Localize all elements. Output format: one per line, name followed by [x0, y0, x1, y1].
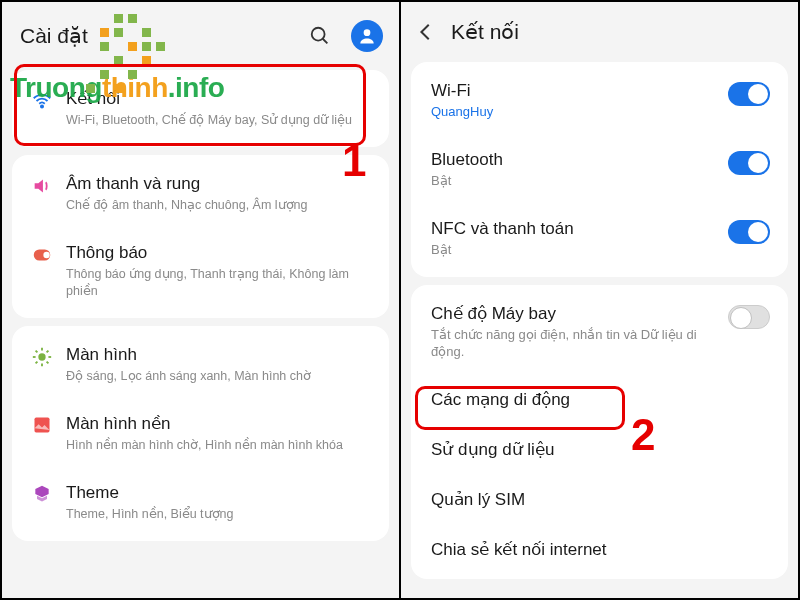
svg-rect-15	[35, 417, 50, 432]
svg-line-13	[36, 361, 38, 363]
row-title: Màn hình nền	[66, 413, 373, 435]
row-title: NFC và thanh toán	[431, 218, 728, 240]
row-title: Wi-Fi	[431, 80, 728, 102]
row-wifi[interactable]: Wi-Fi QuangHuy	[411, 66, 788, 135]
row-subtitle: Hình nền màn hình chờ, Hình nền màn hình…	[66, 437, 373, 454]
row-title: Quản lý SIM	[431, 489, 770, 511]
notification-icon	[24, 242, 60, 266]
svg-point-2	[364, 29, 371, 36]
row-subtitle: Bật	[431, 242, 728, 259]
row-tethering[interactable]: Chia sẻ kết nối internet	[411, 525, 788, 575]
row-wallpaper[interactable]: Màn hình nền Hình nền màn hình chờ, Hình…	[12, 399, 389, 468]
back-icon[interactable]	[415, 21, 437, 43]
svg-line-14	[47, 350, 49, 352]
wifi-icon	[24, 88, 60, 112]
row-subtitle: QuangHuy	[431, 104, 728, 121]
row-subtitle: Độ sáng, Lọc ánh sáng xanh, Màn hình chờ	[66, 368, 373, 385]
connections-header: Kết nối	[401, 2, 798, 54]
row-title: Thông báo	[66, 242, 373, 264]
row-title: Màn hình	[66, 344, 373, 366]
settings-card: Kết nối Wi-Fi, Bluetooth, Chế độ Máy bay…	[12, 70, 389, 147]
row-title: Các mạng di động	[431, 389, 770, 411]
row-mobile-networks[interactable]: Các mạng di động	[411, 375, 788, 425]
bluetooth-toggle[interactable]	[728, 151, 770, 175]
svg-point-6	[38, 353, 45, 360]
search-icon[interactable]	[309, 25, 331, 47]
airplane-toggle[interactable]	[728, 305, 770, 329]
brightness-icon	[24, 344, 60, 368]
row-subtitle: Thông báo ứng dụng, Thanh trạng thái, Kh…	[66, 266, 373, 300]
row-subtitle: Wi-Fi, Bluetooth, Chế độ Máy bay, Sử dụn…	[66, 112, 373, 129]
row-title: Chia sẻ kết nối internet	[431, 539, 770, 561]
row-connections[interactable]: Kết nối Wi-Fi, Bluetooth, Chế độ Máy bay…	[12, 74, 389, 143]
theme-icon	[24, 482, 60, 504]
row-title: Bluetooth	[431, 149, 728, 171]
svg-point-3	[41, 105, 43, 107]
connections-panel: Kết nối Wi-Fi QuangHuy Bluetooth Bật	[401, 2, 798, 598]
row-sound[interactable]: Âm thanh và rung Chế độ âm thanh, Nhạc c…	[12, 159, 389, 228]
wallpaper-icon	[24, 413, 60, 435]
page-title: Cài đặt	[20, 24, 309, 48]
nfc-toggle[interactable]	[728, 220, 770, 244]
connections-card: Chế độ Máy bay Tắt chức năng gọi điện, n…	[411, 285, 788, 579]
row-nfc[interactable]: NFC và thanh toán Bật	[411, 204, 788, 273]
wifi-toggle[interactable]	[728, 82, 770, 106]
svg-line-1	[323, 39, 328, 44]
row-title: Kết nối	[66, 88, 373, 110]
settings-header: Cài đặt	[2, 2, 399, 62]
row-subtitle: Theme, Hình nền, Biểu tượng	[66, 506, 373, 523]
row-title: Theme	[66, 482, 373, 504]
settings-card: Âm thanh và rung Chế độ âm thanh, Nhạc c…	[12, 155, 389, 318]
sound-icon	[24, 173, 60, 197]
svg-point-5	[43, 252, 49, 258]
row-notifications[interactable]: Thông báo Thông báo ứng dụng, Thanh trạn…	[12, 228, 389, 314]
row-subtitle: Chế độ âm thanh, Nhạc chuông, Âm lượng	[66, 197, 373, 214]
settings-panel: Cài đặt Kết nối Wi-Fi, Bluetooth, Chế độ…	[2, 2, 399, 598]
row-subtitle: Tắt chức năng gọi điện, nhắn tin và Dữ l…	[431, 327, 728, 361]
connections-card: Wi-Fi QuangHuy Bluetooth Bật NFC và than…	[411, 62, 788, 277]
row-subtitle: Bật	[431, 173, 728, 190]
row-display[interactable]: Màn hình Độ sáng, Lọc ánh sáng xanh, Màn…	[12, 330, 389, 399]
profile-avatar[interactable]	[351, 20, 383, 52]
svg-line-11	[36, 350, 38, 352]
row-theme[interactable]: Theme Theme, Hình nền, Biểu tượng	[12, 468, 389, 537]
row-bluetooth[interactable]: Bluetooth Bật	[411, 135, 788, 204]
settings-card: Màn hình Độ sáng, Lọc ánh sáng xanh, Màn…	[12, 326, 389, 541]
row-title: Sử dụng dữ liệu	[431, 439, 770, 461]
page-title: Kết nối	[451, 20, 519, 44]
row-sim-manager[interactable]: Quản lý SIM	[411, 475, 788, 525]
row-airplane[interactable]: Chế độ Máy bay Tắt chức năng gọi điện, n…	[411, 289, 788, 375]
svg-point-0	[312, 28, 325, 41]
row-title: Chế độ Máy bay	[431, 303, 728, 325]
row-title: Âm thanh và rung	[66, 173, 373, 195]
row-data-usage[interactable]: Sử dụng dữ liệu	[411, 425, 788, 475]
svg-line-12	[47, 361, 49, 363]
